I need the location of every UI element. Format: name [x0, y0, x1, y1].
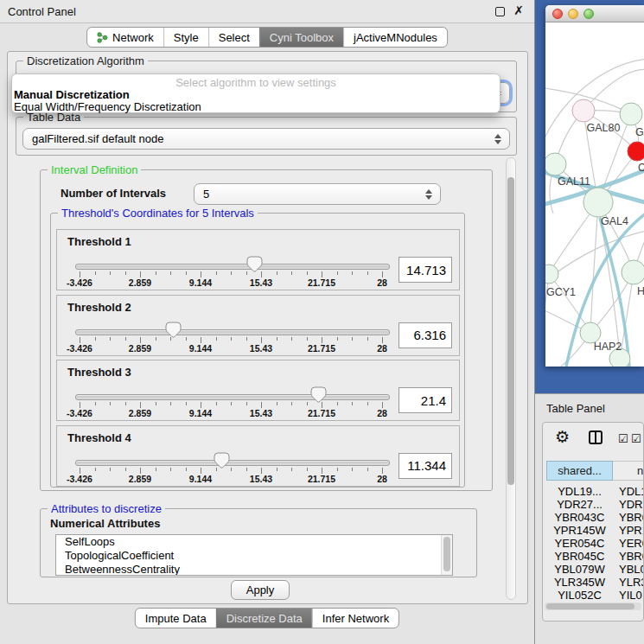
gear-icon[interactable]: ⚙ — [555, 428, 570, 447]
tick-mark — [201, 468, 201, 474]
spinner-icon — [494, 129, 503, 149]
list-item[interactable]: TopologicalCoefficient — [56, 549, 452, 563]
list-scrollbar-thumb[interactable] — [443, 537, 450, 571]
tick-label: 2.859 — [129, 408, 151, 418]
vertical-scrollbar[interactable] — [506, 157, 516, 600]
table-row[interactable]: YLR345WYLR3 — [546, 576, 644, 589]
table-row[interactable]: YBR043CYBR0 — [546, 511, 644, 524]
tick-mark — [201, 271, 201, 277]
tab-cyni-toolbox[interactable]: Cyni Toolbox — [259, 28, 343, 47]
slider-track[interactable] — [75, 329, 390, 335]
tick-mark — [277, 468, 277, 471]
table-row[interactable]: YER054CYER0 — [546, 537, 644, 550]
right-region: GAL80GACGAL11GAL4GCY1HHAP2 Table Panel ⚙… — [535, 0, 644, 644]
mac-close-icon[interactable] — [552, 9, 563, 19]
threshold-value-field[interactable]: 21.4 — [399, 387, 452, 413]
table-cell: YBR043C — [546, 511, 613, 524]
vertical-scrollbar-thumb[interactable] — [507, 177, 514, 485]
tab-style[interactable]: Style — [163, 28, 208, 47]
dropdown-option[interactable]: Equal Width/Frequency Discretization — [12, 101, 500, 113]
tick-label: 28 — [377, 277, 387, 288]
split-view-icon[interactable] — [589, 430, 603, 444]
tick-mark — [337, 468, 338, 471]
table-row[interactable]: YIL052CYIL0 — [546, 589, 644, 602]
horizontal-scrollbar[interactable] — [545, 603, 641, 610]
threshold-value-field[interactable]: 6.316 — [399, 322, 452, 348]
table-row[interactable]: YBR045CYBR0 — [546, 550, 644, 563]
tick-mark — [95, 402, 96, 405]
network-node-gal11[interactable] — [545, 153, 566, 175]
checkbox-icon[interactable]: ☑ — [631, 432, 641, 445]
network-node-h-right[interactable] — [622, 260, 644, 284]
threshold-value-field[interactable]: 14.713 — [399, 257, 452, 283]
slider-thumb[interactable] — [246, 256, 263, 272]
tick-mark — [186, 337, 187, 341]
float-icon[interactable] — [495, 7, 505, 16]
column-header-shared[interactable]: shared... — [546, 461, 613, 481]
num-intervals-combobox[interactable]: 5 — [194, 183, 441, 205]
table-row[interactable]: YBL079WYBL0 — [546, 563, 644, 576]
apply-button[interactable]: Apply — [231, 580, 290, 600]
tick-mark — [277, 271, 277, 275]
tab-select[interactable]: Select — [208, 28, 259, 47]
list-item[interactable]: SelfLoops — [56, 535, 452, 549]
numerical-attributes-list[interactable]: SelfLoopsTopologicalCoefficientBetweenne… — [55, 534, 453, 576]
algorithm-dropdown-list: Manual DiscretizationEqual Width/Frequen… — [12, 89, 500, 113]
list-item[interactable]: BetweennessCentrality — [56, 563, 452, 576]
table-panel-container: ⚙ ☑ ☑ shared... na YDL19...YDL1YDR27...Y… — [542, 422, 644, 622]
network-window[interactable]: GAL80GACGAL11GAL4GCY1HHAP2 — [545, 5, 644, 367]
dropdown-option[interactable]: Manual Discretization — [12, 89, 500, 101]
tab-impute-data[interactable]: Impute Data — [136, 609, 216, 628]
mac-minimize-icon[interactable] — [568, 9, 578, 19]
table-cell: YBR0 — [613, 550, 644, 563]
tab-discretize-data[interactable]: Discretize Data — [216, 609, 312, 628]
tick-mark — [291, 468, 292, 471]
slider-track[interactable] — [75, 264, 390, 270]
tick-mark — [231, 468, 232, 471]
tab-infer-network[interactable]: Infer Network — [312, 609, 399, 628]
close-icon[interactable]: ✗ — [513, 3, 524, 17]
slider-thumb[interactable] — [165, 322, 182, 338]
tick-mark — [80, 271, 80, 277]
tab-jactivemnodules[interactable]: jActiveMNodules — [343, 28, 447, 47]
group-title-algorithm: Discretization Algorithm — [23, 54, 148, 67]
table-row[interactable]: YDL19...YDL1 — [546, 485, 644, 498]
split-view-divider — [595, 432, 596, 443]
tick-mark — [110, 468, 111, 471]
tick-mark — [291, 402, 292, 405]
tick-mark — [337, 271, 338, 275]
table-cell: YBL079W — [546, 563, 613, 576]
network-node-gcy1[interactable] — [545, 265, 558, 284]
table-body: YDL19...YDL1YDR27...YDR2YBR043CYBR0YPR14… — [546, 485, 644, 602]
tick-mark — [352, 337, 353, 341]
slider-track[interactable] — [75, 460, 390, 466]
mac-zoom-icon[interactable] — [583, 9, 594, 19]
tick-label: 9.144 — [189, 343, 212, 354]
table-data-combobox[interactable]: galFiltered.sif default node — [22, 128, 510, 150]
node-label: HAP2 — [594, 341, 622, 353]
network-node-gal4[interactable] — [583, 188, 613, 217]
slider-thumb[interactable] — [310, 386, 327, 403]
slider-track[interactable] — [75, 394, 390, 400]
tick-mark — [80, 337, 80, 343]
network-canvas[interactable]: GAL80GACGAL11GAL4GCY1HHAP2 — [545, 22, 644, 367]
group-title-interval: Interval Definition — [48, 163, 141, 176]
table-row[interactable]: YDR27...YDR2 — [546, 498, 644, 511]
tick-label: 15.43 — [250, 343, 272, 354]
network-node-selected-red[interactable] — [628, 142, 644, 161]
network-node-gal80[interactable] — [572, 99, 595, 122]
list-scrollbar[interactable] — [441, 535, 452, 575]
threshold-value-field[interactable]: 11.344 — [399, 453, 452, 479]
network-edge[interactable] — [590, 202, 598, 333]
checkbox-icon[interactable]: ☑ — [618, 432, 628, 445]
slider-thumb[interactable] — [214, 452, 230, 469]
tick-mark — [125, 402, 126, 405]
tick-mark — [261, 271, 262, 277]
table-row[interactable]: YPR145WYPR1 — [546, 524, 644, 537]
network-node-top-right[interactable] — [620, 103, 642, 125]
tab-network[interactable]: Network — [87, 28, 163, 47]
horizontal-scrollbar-thumb[interactable] — [546, 603, 634, 609]
column-header-name[interactable]: na — [613, 461, 644, 481]
tick-mark — [140, 402, 141, 408]
network-icon — [97, 32, 108, 43]
